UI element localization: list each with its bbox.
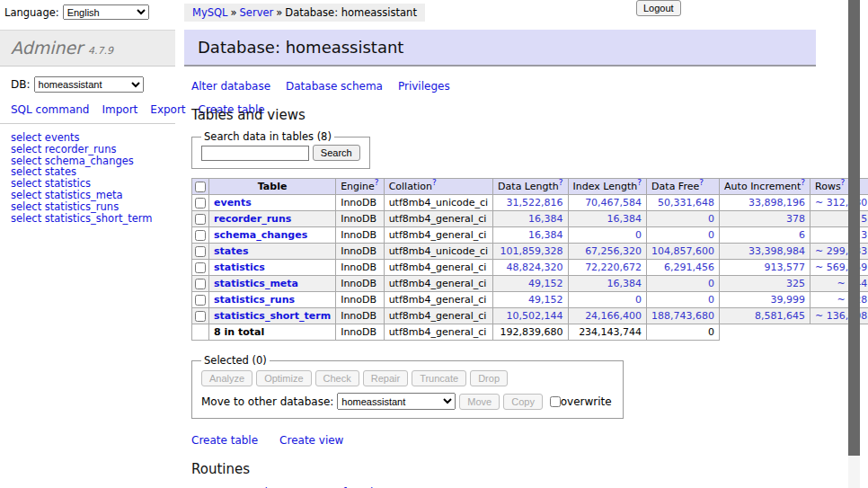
language-select[interactable]: English [63, 4, 149, 20]
page-link-database-schema[interactable]: Database schema [286, 80, 383, 93]
sidebar-action-export[interactable]: Export [150, 103, 185, 116]
data-length-link[interactable]: 48,824,320 [507, 262, 563, 273]
data-length-link[interactable]: 49,152 [528, 278, 563, 289]
table-link-statistics[interactable]: statistics [214, 262, 265, 273]
help-link[interactable]: ? [841, 178, 846, 187]
auto-increment-link[interactable]: 8,581,645 [755, 310, 805, 322]
breadcrumb-server-link[interactable]: Server [240, 6, 274, 19]
data-length-link[interactable]: 10,502,144 [507, 310, 563, 322]
column-header-data-length: Data Length? [493, 179, 568, 195]
row-checkbox[interactable] [195, 311, 206, 322]
sidebar-table-link-select-events[interactable]: select events [11, 132, 175, 144]
data-free-link[interactable]: 6,291,456 [664, 262, 714, 273]
drop-button[interactable]: Drop [470, 370, 508, 386]
db-select[interactable]: homeassistant [34, 76, 144, 93]
row-checkbox[interactable] [195, 230, 206, 241]
data-free-link[interactable]: 0 [708, 278, 714, 289]
table-link-events[interactable]: events [214, 197, 252, 209]
auto-increment-link[interactable]: 325 [786, 278, 805, 289]
page-link-alter-database[interactable]: Alter database [191, 80, 270, 93]
data-free-link[interactable]: 0 [708, 294, 714, 306]
analyze-button[interactable]: Analyze [201, 370, 252, 386]
auto-increment-link[interactable]: 378 [786, 213, 805, 225]
index-length-link[interactable]: 72,220,672 [585, 262, 642, 273]
help-link[interactable]: ? [432, 178, 437, 187]
collation-cell: utf8mb4_general_ci [384, 260, 492, 276]
selected-fieldset: Selected (0) AnalyzeOptimizeCheckRepairT… [191, 354, 624, 419]
index-length-link[interactable]: 24,166,400 [585, 310, 642, 322]
auto-increment-link[interactable]: 39,999 [771, 294, 806, 306]
help-link[interactable]: ? [559, 178, 563, 187]
data-free-cell: 188,743,680 [647, 308, 720, 324]
data-free-link[interactable]: 50,331,648 [658, 197, 714, 209]
auto-increment-link[interactable]: 33,898,196 [748, 197, 805, 209]
data-length-link[interactable]: 49,152 [528, 294, 563, 306]
check-button[interactable]: Check [315, 370, 359, 386]
index-length-link[interactable]: 70,467,584 [585, 197, 642, 209]
table-link-statistics-meta[interactable]: statistics_meta [214, 278, 298, 289]
data-length-link[interactable]: 16,384 [528, 213, 563, 225]
data-free-link[interactable]: 0 [708, 213, 714, 225]
table-link-states[interactable]: states [214, 245, 249, 257]
page-link-privileges[interactable]: Privileges [398, 80, 450, 93]
data-free-link[interactable]: 188,743,680 [651, 310, 714, 322]
move-button[interactable]: Move [459, 394, 500, 410]
data-length-link[interactable]: 16,384 [528, 229, 563, 241]
scrollbar[interactable] [848, 0, 860, 488]
row-checkbox[interactable] [195, 246, 206, 257]
sidebar-actions: SQL commandImportExportCreate table [11, 103, 165, 117]
data-free-link[interactable]: 0 [708, 229, 714, 241]
row-checkbox[interactable] [195, 214, 206, 225]
table-link-schema-changes[interactable]: schema_changes [214, 229, 307, 241]
help-link[interactable]: ? [375, 178, 379, 187]
create-link-create-view[interactable]: Create view [279, 434, 343, 447]
select-all-checkbox[interactable] [195, 182, 206, 192]
data-length-link[interactable]: 101,859,328 [500, 245, 563, 257]
row-checkbox[interactable] [195, 198, 206, 209]
row-checkbox[interactable] [195, 279, 206, 289]
copy-button[interactable]: Copy [503, 394, 543, 410]
sidebar-table-link-select-statistics-runs[interactable]: select statistics_runs [11, 201, 175, 213]
sidebar-action-sql-command[interactable]: SQL command [11, 103, 89, 116]
auto-increment-link[interactable]: 913,577 [765, 262, 806, 273]
repair-button[interactable]: Repair [363, 370, 408, 386]
sidebar-action-import[interactable]: Import [102, 103, 137, 116]
search-input[interactable] [201, 146, 309, 161]
scrollbar-thumb[interactable] [848, 0, 860, 456]
truncate-button[interactable]: Truncate [412, 370, 466, 386]
sidebar-table-link-select-statistics-short-term[interactable]: select statistics_short_term [11, 213, 175, 225]
breadcrumb-current: Database: homeassistant [285, 6, 417, 19]
index-length-link[interactable]: 16,384 [607, 278, 642, 289]
row-checkbox[interactable] [195, 262, 206, 273]
data-length-link[interactable]: 31,522,816 [507, 197, 563, 209]
data-free-cell: 50,331,648 [647, 195, 720, 211]
index-length-link[interactable]: 16,384 [607, 213, 642, 225]
search-button[interactable]: Search [313, 145, 360, 161]
help-link[interactable]: ? [699, 178, 704, 187]
index-length-link[interactable]: 67,256,320 [585, 245, 642, 257]
auto-increment-link[interactable]: 33,398,984 [748, 245, 805, 257]
index-length-link[interactable]: 0 [635, 229, 642, 241]
selected-buttons: AnalyzeOptimizeCheckRepairTruncateDrop [201, 370, 612, 386]
row-checkbox[interactable] [195, 295, 206, 306]
index-length-link[interactable]: 0 [635, 294, 642, 306]
create-link-create-table[interactable]: Create table [191, 434, 258, 447]
table-link-statistics-runs[interactable]: statistics_runs [214, 294, 295, 306]
collation-cell: utf8mb4_general_ci [384, 227, 492, 244]
page-title: Database: homeassistant [184, 30, 816, 67]
sidebar-table-link-select-statistics-meta[interactable]: select statistics_meta [11, 190, 175, 201]
overwrite-checkbox[interactable] [550, 396, 561, 407]
help-link[interactable]: ? [637, 178, 642, 187]
logout-button[interactable]: Logout [636, 0, 681, 16]
optimize-button[interactable]: Optimize [256, 370, 311, 386]
index-length-cell: 70,467,584 [568, 195, 647, 211]
table-link-statistics-short-term[interactable]: statistics_short_term [214, 310, 331, 322]
data-free-link[interactable]: 104,857,600 [651, 245, 714, 257]
breadcrumb-mysql-link[interactable]: MySQL [192, 6, 228, 19]
auto-increment-link[interactable]: 6 [799, 229, 805, 241]
move-db-select[interactable]: homeassistant [337, 393, 456, 410]
sidebar-table-link-select-recorder-runs[interactable]: select recorder_runs [11, 144, 175, 155]
help-link[interactable]: ? [801, 178, 805, 187]
table-name-cell: statistics_runs [209, 292, 336, 308]
table-link-recorder-runs[interactable]: recorder_runs [214, 213, 291, 225]
